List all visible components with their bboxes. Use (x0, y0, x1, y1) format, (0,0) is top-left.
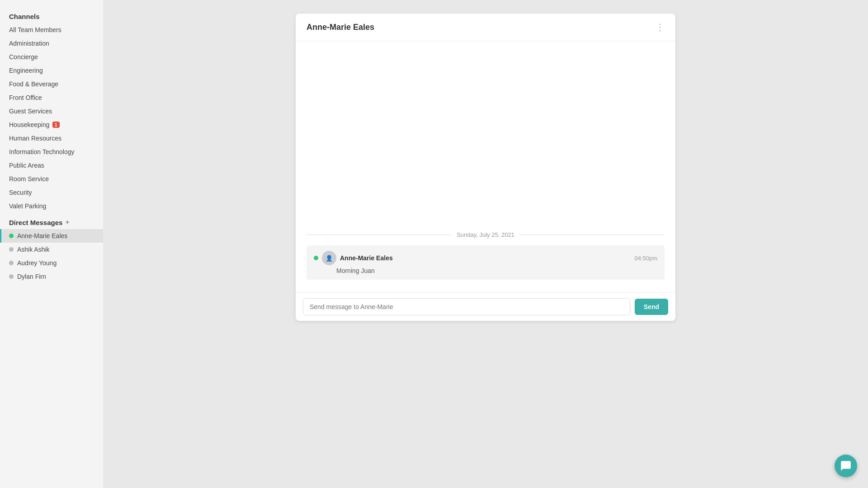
direct-messages-header: Direct Messages + (0, 213, 103, 229)
dm-item-label: Dylan Firn (17, 273, 46, 280)
dm-item-label: Audrey Young (17, 259, 57, 267)
sidebar-item-food-beverage[interactable]: Food & Beverage (0, 77, 103, 91)
sidebar-item-label: Guest Services (9, 108, 52, 115)
message-input[interactable] (303, 298, 630, 315)
message-text: Morning Juan (314, 267, 657, 274)
sidebar-item-information-technology[interactable]: Information Technology (0, 145, 103, 159)
more-options-icon[interactable]: ⋮ (656, 22, 665, 33)
sidebar-item-engineering[interactable]: Engineering (0, 64, 103, 77)
dm-item-dylan[interactable]: Dylan Firn (0, 270, 103, 283)
sidebar-item-valet-parking[interactable]: Valet Parking (0, 199, 103, 213)
direct-messages-section-title: Direct Messages (9, 219, 62, 226)
dm-item-anne-marie[interactable]: Anne-Marie Eales (0, 229, 103, 243)
chat-header: Anne-Marie Eales ⋮ (296, 14, 675, 41)
send-button[interactable]: Send (635, 299, 668, 315)
sidebar-item-label: Public Areas (9, 162, 44, 169)
message-time: 04:50pm (634, 255, 657, 262)
add-dm-icon[interactable]: + (65, 218, 69, 226)
sidebar-item-security[interactable]: Security (0, 186, 103, 199)
chat-window: Anne-Marie Eales ⋮ Sunday, July 25, 2021… (296, 14, 675, 321)
offline-status-dot (9, 274, 14, 279)
chat-bubble-float[interactable] (835, 455, 857, 477)
sidebar-item-public-areas[interactable]: Public Areas (0, 159, 103, 172)
sidebar-item-guest-services[interactable]: Guest Services (0, 104, 103, 118)
dm-item-label: Ashik Ashik (17, 246, 50, 253)
message-header: 👤Anne-Marie Eales04:50pm (314, 251, 657, 265)
message-sender-row: 👤Anne-Marie Eales (314, 251, 393, 265)
chat-body: Sunday, July 25, 2021 👤Anne-Marie Eales0… (296, 41, 675, 292)
sidebar-item-label: Food & Beverage (9, 80, 58, 88)
chat-title: Anne-Marie Eales (307, 23, 374, 32)
sidebar-item-housekeeping[interactable]: Housekeeping1 (0, 118, 103, 131)
sidebar-item-label: Administration (9, 40, 49, 47)
channels-section-title: Channels (0, 9, 103, 23)
dm-item-label: Anne-Marie Eales (17, 232, 67, 239)
sidebar-item-label: All Team Members (9, 26, 61, 33)
chat-footer: Send (296, 292, 675, 321)
sidebar-item-label: Security (9, 189, 32, 196)
sidebar-item-front-office[interactable]: Front Office (0, 91, 103, 104)
sidebar-item-room-service[interactable]: Room Service (0, 172, 103, 186)
sidebar-item-label: Information Technology (9, 148, 75, 155)
sidebar-item-label: Engineering (9, 67, 43, 74)
message-sender-name: Anne-Marie Eales (340, 254, 393, 262)
sidebar-item-label: Valet Parking (9, 202, 46, 210)
sidebar-item-label: Concierge (9, 53, 38, 61)
main-area: Anne-Marie Eales ⋮ Sunday, July 25, 2021… (103, 0, 868, 488)
sidebar-item-human-resources[interactable]: Human Resources (0, 131, 103, 145)
sidebar-item-label: Housekeeping (9, 121, 50, 128)
sidebar-item-concierge[interactable]: Concierge (0, 50, 103, 64)
dm-item-audrey[interactable]: Audrey Young (0, 256, 103, 270)
message-online-dot (314, 256, 318, 260)
online-status-dot (9, 234, 14, 238)
offline-status-dot (9, 261, 14, 265)
unread-badge: 1 (52, 122, 60, 128)
sidebar: Channels All Team MembersAdministrationC… (0, 0, 103, 488)
sidebar-item-label: Front Office (9, 94, 42, 101)
sidebar-item-administration[interactable]: Administration (0, 37, 103, 50)
dm-item-ashik[interactable]: Ashik Ashik (0, 243, 103, 256)
sidebar-item-label: Human Resources (9, 135, 61, 142)
sidebar-item-label: Room Service (9, 175, 49, 183)
offline-status-dot (9, 247, 14, 252)
sidebar-item-all-team[interactable]: All Team Members (0, 23, 103, 37)
message-bubble: 👤Anne-Marie Eales04:50pmMorning Juan (307, 245, 665, 280)
avatar: 👤 (322, 251, 336, 265)
date-divider: Sunday, July 25, 2021 (307, 231, 665, 238)
